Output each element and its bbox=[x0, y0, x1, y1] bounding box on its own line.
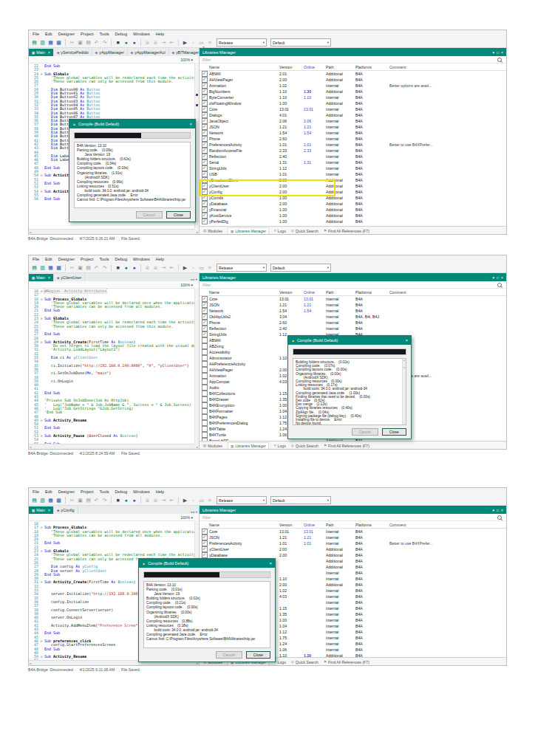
library-row[interactable]: ✓Phone2.60InternalB4A bbox=[200, 136, 506, 142]
bottom-tab-logs[interactable]: ≡Logs bbox=[274, 444, 286, 448]
library-checkbox[interactable]: ✓ bbox=[202, 89, 208, 94]
menu-edit[interactable]: Edit bbox=[45, 32, 52, 36]
close-panel-icon[interactable]: × bbox=[501, 508, 503, 512]
library-checkbox[interactable] bbox=[202, 402, 208, 408]
library-checkbox[interactable]: ✓ bbox=[202, 77, 208, 83]
filter-input[interactable]: Filter bbox=[202, 58, 211, 62]
redo-icon[interactable]: ↷ bbox=[101, 264, 108, 272]
library-checkbox[interactable]: ✓ bbox=[202, 207, 208, 213]
editor-tab-yappmanageract[interactable]: ◈yAppManagerAct bbox=[128, 49, 169, 56]
conditional-symbols-select[interactable]: Default▾ bbox=[270, 264, 331, 272]
library-checkbox[interactable]: ✓ bbox=[202, 148, 208, 154]
scroll-left-icon[interactable]: ◂ bbox=[30, 445, 31, 449]
wireless-bridge-icon[interactable]: ◦ bbox=[190, 496, 197, 505]
editor-tab-yservicepedido[interactable]: ◈yServicePedido bbox=[54, 49, 92, 56]
library-row[interactable]: ✓Dialogs4.01AdditionalB4A bbox=[200, 112, 506, 118]
library-checkbox[interactable] bbox=[202, 343, 208, 349]
cut-icon[interactable]: ✂ bbox=[69, 496, 75, 505]
build-configuration-select[interactable]: Release▾ bbox=[217, 264, 267, 272]
indent-icon[interactable]: ⇥ bbox=[160, 264, 167, 272]
library-row[interactable]: ✓PreferencesActivity1.011.01InternalB4AB… bbox=[200, 142, 506, 148]
float-window-icon[interactable]: □ bbox=[497, 50, 499, 55]
chevron-down-icon[interactable]: ▾ bbox=[493, 50, 495, 55]
uncomment-icon[interactable]: ≣ bbox=[152, 38, 159, 47]
cut-icon[interactable]: ✂ bbox=[69, 38, 75, 47]
close-tab-icon[interactable]: × bbox=[48, 508, 50, 512]
library-row[interactable]: ✓Core13.0113.01InternalB4A bbox=[200, 529, 506, 535]
column-header-name[interactable]: Name bbox=[209, 523, 279, 527]
cancel-button[interactable]: Cancel bbox=[216, 651, 242, 659]
menu-file[interactable]: File bbox=[33, 489, 39, 494]
library-checkbox[interactable]: ✓ bbox=[202, 540, 208, 546]
editor-tab-ybtmanager[interactable]: ◈yBTManager bbox=[169, 49, 202, 56]
menu-project[interactable]: Project bbox=[81, 257, 93, 261]
menu-tools[interactable]: Tools bbox=[99, 257, 109, 261]
library-checkbox[interactable]: ✓ bbox=[202, 320, 208, 326]
chevron-down-icon[interactable]: ▾ bbox=[493, 508, 495, 512]
menu-help[interactable]: Help bbox=[156, 257, 165, 261]
editor-tab-yconfig[interactable]: ◈yConfig bbox=[54, 506, 78, 514]
bottom-tab-quick-search[interactable]: ◎Quick Search bbox=[291, 229, 318, 233]
designer-icon[interactable]: ▭ bbox=[198, 496, 205, 505]
library-row[interactable]: ✓yFinancial1.00AdditionalB4A bbox=[200, 207, 506, 213]
library-checkbox[interactable]: ✓ bbox=[202, 326, 208, 331]
library-checkbox[interactable]: ✓ bbox=[202, 112, 208, 118]
wireless-bridge-icon[interactable]: ◦ bbox=[190, 38, 197, 47]
library-row[interactable]: ✓yDatabase2.00AdditionalB4A bbox=[200, 552, 506, 558]
column-header-online[interactable]: Online bbox=[304, 65, 326, 69]
open-project-icon[interactable]: ▥ bbox=[39, 496, 46, 505]
column-header-version[interactable]: Version bbox=[279, 523, 304, 527]
library-row[interactable]: ✓Phone2.60InternalB4A bbox=[200, 320, 506, 326]
cancel-button[interactable]: Cancel bbox=[352, 428, 378, 436]
open-project-icon[interactable]: ▥ bbox=[39, 38, 46, 47]
rebuild-icon[interactable]: ● bbox=[131, 38, 137, 47]
column-header-online[interactable]: Online bbox=[304, 523, 326, 527]
library-row[interactable]: ✓PreferencesActivity1.011.01InternalB4AB… bbox=[200, 540, 506, 546]
library-checkbox[interactable] bbox=[202, 385, 208, 391]
code-editor[interactable]: 16⊞#Region Activity Attributes17 18⊟Sub … bbox=[29, 289, 199, 444]
compile-icon[interactable]: ● bbox=[123, 496, 129, 505]
library-checkbox[interactable] bbox=[202, 337, 208, 343]
compile-icon[interactable]: ● bbox=[123, 264, 129, 272]
chevron-down-icon[interactable]: ▾ bbox=[493, 275, 495, 280]
column-header-comment[interactable]: Comment bbox=[389, 523, 506, 527]
filter-input[interactable]: Filter bbox=[202, 515, 211, 520]
column-header-comment[interactable]: Comment bbox=[389, 65, 506, 69]
library-row[interactable]: ✓yDatabase2.00AdditionalB4A bbox=[200, 201, 506, 207]
library-row[interactable]: ✓JSON1.211.21InternalB4A bbox=[200, 302, 506, 308]
logs-tool-icon[interactable]: ≡ bbox=[206, 38, 213, 47]
library-checkbox[interactable]: ✓ bbox=[202, 552, 208, 558]
editor-tab-main[interactable]: ▦Main× bbox=[29, 274, 54, 281]
library-row[interactable]: ✓JavaObject2.062.06InternalB4A bbox=[200, 118, 506, 124]
column-header-platforms[interactable]: Platforms bbox=[355, 523, 389, 527]
comment-icon[interactable]: ≣ bbox=[144, 264, 151, 272]
menu-debug[interactable]: Debug bbox=[115, 257, 127, 261]
library-checkbox[interactable]: ✓ bbox=[202, 314, 208, 320]
column-header-path[interactable]: Path bbox=[326, 523, 355, 527]
bottom-tab-libraries-manager[interactable]: ▦Libraries Manager bbox=[228, 442, 269, 449]
scroll-right-icon[interactable]: ▸ bbox=[197, 230, 198, 234]
run-icon[interactable]: ▶ bbox=[182, 264, 188, 272]
menu-debug[interactable]: Debug bbox=[115, 489, 127, 494]
library-checkbox[interactable]: ✓ bbox=[202, 302, 208, 308]
copy-icon[interactable]: ▣ bbox=[77, 264, 84, 272]
library-checkbox[interactable]: ✓ bbox=[202, 106, 208, 112]
library-checkbox[interactable] bbox=[202, 361, 208, 367]
editor-tab-yappmanager[interactable]: ◈yAppManager bbox=[92, 49, 128, 56]
copy-icon[interactable]: ▣ bbox=[77, 496, 84, 505]
save-icon[interactable]: ▦ bbox=[47, 496, 54, 505]
library-checkbox[interactable]: ✓ bbox=[202, 118, 208, 124]
new-project-icon[interactable]: ▤ bbox=[31, 38, 38, 47]
float-window-icon[interactable]: □ bbox=[497, 508, 499, 512]
library-checkbox[interactable]: ✓ bbox=[202, 154, 208, 159]
close-panel-icon[interactable]: × bbox=[501, 50, 503, 55]
cancel-button[interactable]: Cancel bbox=[136, 211, 163, 219]
library-checkbox[interactable]: ✓ bbox=[202, 201, 208, 207]
outdent-icon[interactable]: ⇤ bbox=[168, 496, 175, 505]
uncomment-icon[interactable]: ≣ bbox=[152, 496, 159, 505]
rebuild-icon[interactable]: ● bbox=[131, 496, 137, 505]
undo-icon[interactable]: ↶ bbox=[93, 264, 100, 272]
float-window-icon[interactable]: □ bbox=[497, 275, 499, 280]
library-checkbox[interactable] bbox=[202, 373, 208, 379]
library-row[interactable]: ✓yClientUser2.00AdditionalB4A bbox=[200, 546, 506, 552]
